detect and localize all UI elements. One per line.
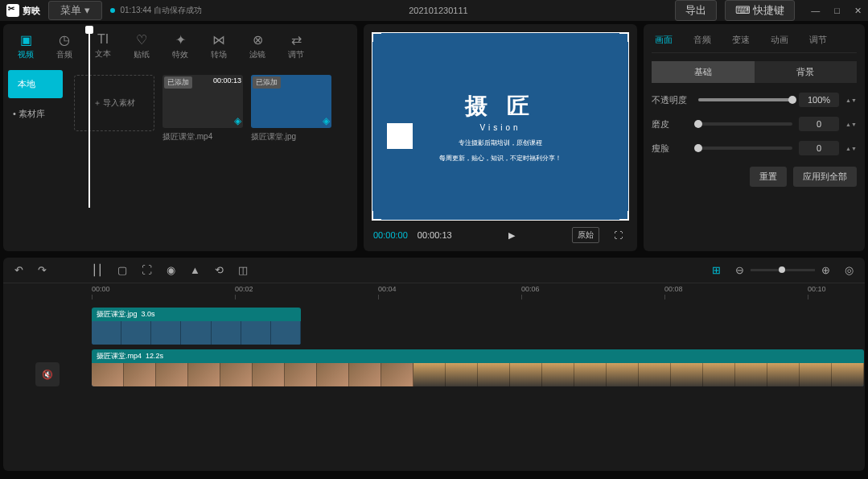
clip-image[interactable]: 摄匠课堂.jpg 3.0s <box>92 308 301 345</box>
duration-label: 00:00:13 <box>213 76 241 85</box>
split-icon[interactable]: ⎮⎮ <box>92 264 103 276</box>
corner-icon: ◈ <box>234 115 241 126</box>
play-icon[interactable]: ▶ <box>504 229 520 242</box>
tick: 00:04 <box>378 285 397 293</box>
minimize-icon[interactable]: — <box>811 6 820 16</box>
timeline-toolbar: ↶ ↷ ⎮⎮ ▢ ⛶ ◉ ▲ ⟲ ◫ ⊞ ⊖ ⊕ ◎ <box>3 258 865 283</box>
prop-tab-画面[interactable]: 画面 <box>652 32 676 47</box>
snap-icon[interactable]: ⊞ <box>712 264 721 276</box>
tab-icon: ✦ <box>175 32 186 47</box>
preview-text2: 每周更新，贴心，知识，不定时福利分享！ <box>439 154 562 163</box>
close-icon[interactable]: ✕ <box>854 6 862 16</box>
app-name: 剪映 <box>23 5 40 17</box>
media-grid: ＋ 导入素材 已添加00:00:13◈ 摄匠课堂.mp4 已添加◈ 摄匠课堂.j… <box>68 68 357 251</box>
tab-特效[interactable]: ✦特效 <box>166 29 195 64</box>
menu-button[interactable]: 菜单 ▾ <box>48 1 102 20</box>
crop-icon[interactable]: ⛶ <box>142 264 152 276</box>
preview-logo: 摄 匠 <box>465 91 536 122</box>
prop-tab-音频[interactable]: 音频 <box>690 32 714 47</box>
time-current: 00:00:00 <box>373 230 408 240</box>
side-tabs: 本地 • 素材库 <box>3 68 68 251</box>
time-total: 00:00:13 <box>418 230 452 240</box>
logo-icon <box>6 4 19 17</box>
properties-panel: 画面音频变速动画调节 基础 背景 不透明度 100% ▲▼ 磨皮 0 ▲▼ 瘦脸… <box>644 24 865 251</box>
record-icon[interactable]: ◉ <box>167 264 175 276</box>
handle-tl-icon[interactable] <box>372 32 381 42</box>
face-slider[interactable] <box>698 147 792 150</box>
preview-canvas[interactable]: 摄 匠 Vision 专注摄影后期培训，原创课程 每周更新，贴心，知识，不定时福… <box>372 32 629 221</box>
export-button[interactable]: 导出 <box>675 0 717 21</box>
face-row: 瘦脸 0 ▲▼ <box>652 141 857 155</box>
import-button[interactable]: ＋ 导入素材 <box>74 75 154 131</box>
timeline-ruler[interactable]: 00:0000:0200:0400:0600:0800:10 <box>92 283 865 299</box>
stepper-icon[interactable]: ▲▼ <box>845 122 857 127</box>
handle-bl-icon[interactable] <box>372 211 381 221</box>
zoom-out-icon[interactable]: ⊖ <box>735 264 744 276</box>
opacity-label: 不透明度 <box>652 94 692 106</box>
preview-subtitle: Vision <box>479 123 520 132</box>
prop-tab-调节[interactable]: 调节 <box>806 32 830 47</box>
tab-文本[interactable]: TI文本 <box>88 29 117 64</box>
titlebar: 剪映 菜单 ▾ 01:13:44 自动保存成功 202101230111 导出 … <box>0 0 868 21</box>
mute-icon[interactable]: 🔇 <box>35 362 60 386</box>
delete-icon[interactable]: ▢ <box>117 264 127 276</box>
property-tabs: 画面音频变速动画调节 <box>652 32 857 53</box>
added-badge: 已添加 <box>253 76 281 89</box>
added-badge: 已添加 <box>164 76 192 89</box>
playhead[interactable] <box>88 31 90 208</box>
preview-panel: 摄 匠 Vision 专注摄影后期培训，原创课程 每周更新，贴心，知识，不定时福… <box>364 24 637 251</box>
skin-label: 磨皮 <box>652 118 692 130</box>
clip-video[interactable]: 摄匠课堂.mp4 12.2s <box>92 349 864 386</box>
maximize-icon[interactable]: □ <box>834 6 840 16</box>
window-controls: — □ ✕ <box>811 6 862 16</box>
apply-all-button[interactable]: 应用到全部 <box>793 167 857 187</box>
tab-icon: TI <box>97 32 109 47</box>
face-label: 瘦脸 <box>652 142 692 155</box>
prop-tab-变速[interactable]: 变速 <box>729 32 753 47</box>
handle-tr-icon[interactable] <box>619 32 629 42</box>
zoom-slider[interactable] <box>751 269 815 271</box>
tab-视频[interactable]: ▣视频 <box>11 29 40 64</box>
side-tab-local[interactable]: 本地 <box>8 70 63 98</box>
subtab-basic[interactable]: 基础 <box>652 61 755 83</box>
tab-转场[interactable]: ⋈转场 <box>204 29 233 64</box>
redo-icon[interactable]: ↷ <box>38 264 47 276</box>
skin-row: 磨皮 0 ▲▼ <box>652 117 857 131</box>
skin-value: 0 <box>799 117 839 131</box>
tab-滤镜[interactable]: ⊗滤镜 <box>243 29 272 64</box>
fit-icon[interactable]: ◎ <box>845 264 854 276</box>
handle-br-icon[interactable] <box>619 211 629 221</box>
tab-icon: ⋈ <box>212 32 225 47</box>
subtab-background[interactable]: 背景 <box>755 61 858 83</box>
tab-icon: ⊗ <box>253 32 263 47</box>
preview-text1: 专注摄影后期培训，原创课程 <box>459 138 542 147</box>
shortcut-button[interactable]: ⌨ 快捷键 <box>725 0 796 21</box>
mirror-icon[interactable]: ▲ <box>190 264 200 276</box>
skin-slider[interactable] <box>698 122 792 126</box>
property-subtabs: 基础 背景 <box>652 61 857 83</box>
opacity-value: 100% <box>799 93 839 107</box>
fullscreen-icon[interactable]: ⛶ <box>609 229 627 242</box>
undo-icon[interactable]: ↶ <box>14 264 23 276</box>
tick: 00:00 <box>92 285 110 293</box>
prop-tab-动画[interactable]: 动画 <box>767 32 792 47</box>
crop2-icon[interactable]: ◫ <box>238 264 248 276</box>
tab-贴纸[interactable]: ♡贴纸 <box>127 29 156 64</box>
zoom-in-icon[interactable]: ⊕ <box>821 264 830 276</box>
media-item[interactable]: 已添加◈ 摄匠课堂.jpg <box>251 75 331 142</box>
tab-音频[interactable]: ◷音频 <box>50 29 79 64</box>
side-tab-library[interactable]: • 素材库 <box>3 100 68 128</box>
opacity-slider[interactable] <box>698 98 792 101</box>
reset-button[interactable]: 重置 <box>750 167 787 187</box>
stepper-icon[interactable]: ▲▼ <box>845 97 857 103</box>
tab-调节[interactable]: ⇄调节 <box>282 29 311 64</box>
tab-icon: ▣ <box>20 32 32 47</box>
face-value: 0 <box>799 141 839 155</box>
media-item[interactable]: 已添加00:00:13◈ 摄匠课堂.mp4 <box>162 75 243 142</box>
tick: 00:10 <box>808 285 826 293</box>
ratio-button[interactable]: 原始 <box>572 227 599 243</box>
project-name: 202101230111 <box>210 6 666 15</box>
stepper-icon[interactable]: ▲▼ <box>845 146 857 151</box>
rotate-icon[interactable]: ⟲ <box>215 264 224 276</box>
timeline-panel: ↶ ↷ ⎮⎮ ▢ ⛶ ◉ ▲ ⟲ ◫ ⊞ ⊖ ⊕ ◎ 00:0000:0200:… <box>3 258 865 471</box>
